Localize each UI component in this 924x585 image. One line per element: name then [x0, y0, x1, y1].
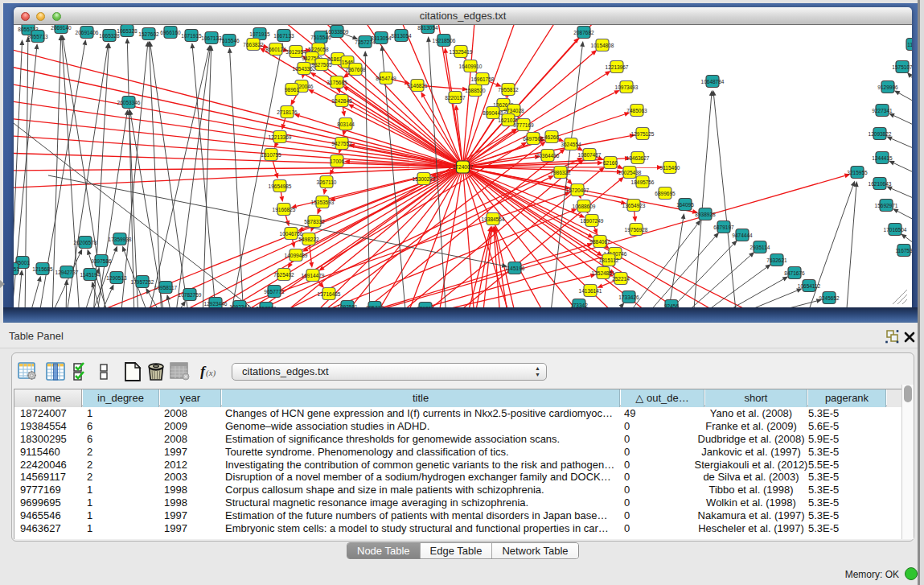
svg-text:17006: 17006: [330, 159, 344, 164]
svg-text:9474444: 9474444: [732, 233, 753, 238]
svg-text:17359938: 17359938: [109, 237, 132, 242]
svg-text:2935114: 2935114: [750, 245, 770, 250]
svg-text:5878332: 5878332: [304, 219, 325, 225]
svg-text:9129996: 9129996: [877, 84, 898, 90]
svg-text:12213369: 12213369: [269, 134, 292, 140]
svg-text:6899695: 6899695: [655, 191, 676, 196]
svg-text:1215685: 1215685: [32, 266, 53, 272]
svg-text:1527602: 1527602: [138, 31, 159, 37]
svg-text:5498222: 5498222: [298, 237, 319, 242]
svg-text:9397586: 9397586: [91, 258, 112, 264]
svg-text:16210643: 16210643: [869, 181, 892, 187]
svg-text:10782759: 10782759: [179, 292, 202, 298]
svg-text:16914479: 16914479: [302, 273, 325, 278]
svg-text:9146821: 9146821: [407, 83, 428, 89]
svg-text:16961758: 16961758: [471, 76, 495, 82]
svg-text:19756928: 19756928: [625, 227, 648, 233]
svg-text:3215955: 3215955: [847, 170, 868, 175]
svg-text:1575107: 1575107: [892, 64, 912, 70]
svg-text:12942737: 12942737: [55, 270, 79, 275]
svg-text:9327505: 9327505: [311, 62, 332, 68]
svg-text:7955812: 7955812: [498, 87, 519, 93]
svg-text:1067133: 1067133: [273, 33, 294, 39]
svg-text:7515546: 7515546: [219, 38, 240, 43]
svg-text:18495756: 18495756: [631, 179, 655, 185]
svg-text:9657771: 9657771: [264, 289, 285, 295]
svg-text:19384554: 19384554: [482, 216, 505, 222]
svg-text:15300273: 15300273: [413, 176, 436, 182]
svg-text:19654985: 19654985: [269, 183, 292, 189]
svg-text:17957252: 17957252: [131, 279, 154, 285]
svg-text:2367608: 2367608: [345, 67, 366, 72]
svg-text:14136141: 14136141: [579, 288, 602, 294]
svg-text:10958117: 10958117: [154, 285, 178, 290]
svg-text:39151: 39151: [14, 266, 19, 272]
svg-text:2087682: 2087682: [573, 30, 594, 35]
svg-text:1117: 1117: [907, 42, 912, 47]
svg-text:803144: 803144: [337, 122, 355, 127]
svg-text:10688609: 10688609: [573, 204, 596, 209]
svg-text:9777169: 9777169: [513, 122, 534, 128]
svg-text:(x): (x): [206, 368, 216, 378]
svg-text:8990448: 8990448: [483, 110, 503, 116]
svg-text:8454749: 8454749: [376, 76, 396, 81]
svg-text:12975125: 12975125: [631, 131, 655, 137]
svg-text:1815112: 1815112: [599, 257, 619, 263]
svg-text:8813054: 8813054: [391, 33, 412, 39]
svg-text:164095: 164095: [676, 202, 694, 208]
svg-text:20691406: 20691406: [76, 30, 99, 35]
svg-text:1071915: 1071915: [181, 33, 202, 39]
svg-text:8055713: 8055713: [27, 34, 48, 39]
svg-text:8220157: 8220157: [445, 95, 466, 101]
svg-text:10025438: 10025438: [618, 170, 642, 175]
svg-text:13325419: 13325419: [450, 49, 473, 55]
svg-text:15353593: 15353593: [311, 200, 335, 205]
svg-text:9245652: 9245652: [819, 295, 840, 301]
svg-text:8660124: 8660124: [265, 47, 286, 52]
svg-text:26053346: 26053346: [117, 100, 141, 105]
svg-text:8471676: 8471676: [784, 270, 805, 276]
svg-text:9734028: 9734028: [503, 108, 524, 113]
svg-text:1588520: 1588520: [465, 88, 486, 93]
svg-text:1810755: 1810755: [261, 152, 281, 158]
svg-text:5226058: 5226058: [308, 47, 329, 52]
svg-text:3912954: 3912954: [285, 49, 306, 55]
svg-text:12923446: 12923446: [204, 301, 228, 307]
svg-text:46266: 46266: [544, 134, 559, 140]
svg-text:16033809: 16033809: [326, 29, 349, 35]
svg-text:14099489: 14099489: [285, 253, 308, 258]
svg-text:17016504: 17016504: [884, 227, 907, 233]
svg-text:7485063: 7485063: [626, 108, 647, 113]
svg-text:7632621: 7632621: [766, 257, 787, 263]
svg-text:1290513: 1290513: [106, 275, 127, 281]
svg-text:19166825: 19166825: [273, 207, 296, 212]
svg-text:1071915: 1071915: [249, 31, 270, 37]
svg-text:98961: 98961: [285, 87, 299, 93]
svg-text:20206578: 20206578: [74, 240, 97, 245]
svg-text:10648784: 10648784: [701, 79, 725, 84]
svg-text:3624554: 3624554: [561, 142, 581, 147]
svg-text:116753: 116753: [895, 248, 912, 253]
svg-text:8813054: 8813054: [417, 25, 438, 31]
svg-text:7515546: 7515546: [310, 35, 331, 40]
svg-text:13654923: 13654923: [622, 203, 646, 208]
svg-text:8938928: 8938928: [695, 212, 716, 217]
svg-text:1244415: 1244415: [872, 155, 893, 161]
svg-text:10046766: 10046766: [280, 231, 303, 237]
svg-text:7663822: 7663822: [243, 42, 264, 47]
svg-text:6497508: 6497508: [523, 136, 544, 142]
svg-text:7986322: 7986322: [550, 170, 571, 175]
svg-text:7625402: 7625402: [273, 272, 294, 278]
svg-text:2718176: 2718176: [277, 109, 298, 115]
svg-text:9115460: 9115460: [660, 165, 680, 171]
svg-text:13524851: 13524851: [592, 270, 615, 276]
svg-text:62160: 62160: [603, 160, 618, 166]
svg-text:252214: 252214: [612, 276, 630, 282]
svg-text:15720407: 15720407: [566, 187, 589, 193]
svg-text:3175685: 3175685: [326, 80, 347, 85]
svg-text:1065328: 1065328: [117, 28, 138, 34]
svg-text:10807487: 10807487: [578, 152, 602, 158]
svg-text:6879197: 6879197: [713, 225, 734, 230]
svg-text:15692971: 15692971: [875, 203, 898, 208]
svg-text:20364436: 20364436: [536, 153, 560, 159]
